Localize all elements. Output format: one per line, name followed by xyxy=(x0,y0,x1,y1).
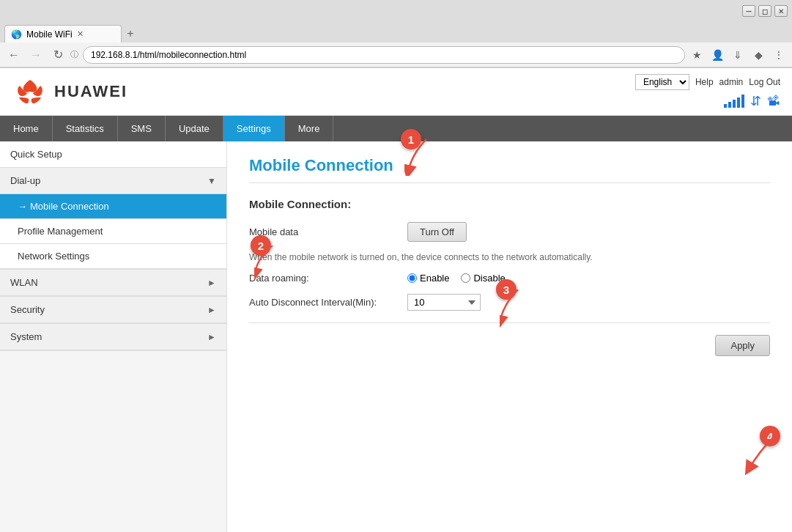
toolbar-icons: ★ 👤 ⇓ ◆ ⋮ xyxy=(688,46,788,64)
logo-area: HUAWEI xyxy=(12,77,127,106)
sidebar-section-dialup: Dial-up ▼ Mobile Connection Profile Mana… xyxy=(0,168,226,270)
bookmark-button[interactable]: ★ xyxy=(688,46,706,64)
mobile-data-description: When the mobile network is turned on, th… xyxy=(249,252,770,262)
nav-settings[interactable]: Settings xyxy=(223,116,285,141)
sidebar-item-network-settings[interactable]: Network Settings xyxy=(0,244,226,269)
sidebar-security-header[interactable]: Security ► xyxy=(0,297,226,323)
header-top: English Help admin Log Out xyxy=(635,74,780,90)
tab-title: Mobile WiFi xyxy=(26,29,73,40)
tab-close-icon[interactable]: ✕ xyxy=(77,29,84,39)
nav-home[interactable]: Home xyxy=(0,116,53,141)
signal-strength-icon xyxy=(724,95,744,108)
nav-statistics[interactable]: Statistics xyxy=(53,116,118,141)
tab-favicon: 🌎 xyxy=(11,29,22,40)
dialup-arrow-icon: ▼ xyxy=(207,176,216,186)
apply-button[interactable]: Apply xyxy=(715,335,770,356)
main-content: Mobile Connection Mobile Connection: Mob… xyxy=(227,141,792,532)
browser-chrome: ─ ◻ ✕ 🌎 Mobile WiFi ✕ + ← → ↻ ⓘ ★ 👤 ⇓ ◆ … xyxy=(0,0,792,68)
sidebar-item-profile-management[interactable]: Profile Management xyxy=(0,219,226,244)
roaming-disable-option[interactable]: Disable xyxy=(461,273,505,284)
forward-button[interactable]: → xyxy=(26,46,45,64)
new-tab-button[interactable]: + xyxy=(122,25,139,43)
auto-disconnect-label: Auto Disconnect Interval(Min): xyxy=(249,297,396,308)
wlan-arrow-icon: ► xyxy=(207,278,216,288)
mobile-data-row: Mobile data Turn Off xyxy=(249,222,770,242)
help-link[interactable]: Help xyxy=(695,77,714,87)
sidebar: Quick Setup Dial-up ▼ Mobile Connection … xyxy=(0,141,227,532)
reload-button[interactable]: ↻ xyxy=(48,46,67,64)
back-button[interactable]: ← xyxy=(4,46,23,64)
page-header: HUAWEI English Help admin Log Out xyxy=(0,68,792,116)
page: HUAWEI English Help admin Log Out xyxy=(0,68,792,532)
titlebar: ─ ◻ ✕ xyxy=(0,0,792,22)
sidebar-section-security: Security ► xyxy=(0,297,226,324)
profile-button[interactable]: 👤 xyxy=(708,46,726,64)
nav-sms[interactable]: SMS xyxy=(118,116,166,141)
header-links: Help admin Log Out xyxy=(695,77,780,87)
auto-disconnect-select[interactable]: 10 xyxy=(407,294,481,311)
security-arrow-icon: ► xyxy=(207,305,216,315)
minimize-button[interactable]: ─ xyxy=(742,5,755,17)
secure-icon: ⓘ xyxy=(70,49,78,60)
logout-link[interactable]: Log Out xyxy=(749,77,780,87)
sidebar-section-system: System ► xyxy=(0,324,226,351)
sidebar-item-mobile-connection[interactable]: Mobile Connection xyxy=(0,194,226,219)
admin-link[interactable]: admin xyxy=(719,77,744,87)
sidebar-section-wlan: WLAN ► xyxy=(0,270,226,297)
addressbar-row: ← → ↻ ⓘ ★ 👤 ⇓ ◆ ⋮ xyxy=(0,43,792,67)
auto-disconnect-row: Auto Disconnect Interval(Min): 10 xyxy=(249,294,770,311)
nav-more[interactable]: More xyxy=(285,116,334,141)
browser-tab[interactable]: 🌎 Mobile WiFi ✕ xyxy=(4,25,122,43)
device-icon: 📽 xyxy=(767,94,780,109)
menu-button[interactable]: ⋮ xyxy=(770,46,788,64)
data-roaming-label: Data roaming: xyxy=(249,273,396,284)
sidebar-wlan-header[interactable]: WLAN ► xyxy=(0,270,226,296)
close-button[interactable]: ✕ xyxy=(774,5,788,17)
signal-icons: ⇵ 📽 xyxy=(724,93,780,109)
data-roaming-row: Data roaming: Enable Disable xyxy=(249,273,770,284)
window-controls: ─ ◻ ✕ xyxy=(742,5,788,17)
page-title: Mobile Connection xyxy=(249,156,770,183)
transfer-icon: ⇵ xyxy=(750,93,761,109)
system-arrow-icon: ► xyxy=(207,332,216,342)
header-right: English Help admin Log Out ⇵ xyxy=(635,74,780,109)
section-title: Mobile Connection: xyxy=(249,198,770,210)
huawei-logo-icon xyxy=(12,77,48,106)
maximize-button[interactable]: ◻ xyxy=(758,5,771,17)
divider xyxy=(249,322,770,323)
extensions-button[interactable]: ◆ xyxy=(750,46,767,64)
mobile-data-label: Mobile data xyxy=(249,226,396,237)
address-input[interactable] xyxy=(83,46,685,64)
roaming-enable-radio[interactable] xyxy=(407,273,417,283)
roaming-enable-option[interactable]: Enable xyxy=(407,273,449,284)
download-button[interactable]: ⇓ xyxy=(729,46,747,64)
roaming-disable-radio[interactable] xyxy=(461,273,470,283)
turn-off-button[interactable]: Turn Off xyxy=(407,222,467,242)
content-area: Quick Setup Dial-up ▼ Mobile Connection … xyxy=(0,141,792,532)
roaming-radio-group: Enable Disable xyxy=(407,273,506,284)
sidebar-dialup-header[interactable]: Dial-up ▼ xyxy=(0,168,226,194)
sidebar-system-header[interactable]: System ► xyxy=(0,324,226,350)
logo-text: HUAWEI xyxy=(54,82,127,101)
tab-bar: 🌎 Mobile WiFi ✕ + xyxy=(0,22,792,43)
main-nav: Home Statistics SMS Update Settings More xyxy=(0,116,792,141)
apply-row: Apply xyxy=(249,335,770,356)
nav-update[interactable]: Update xyxy=(166,116,223,141)
sidebar-quick-setup[interactable]: Quick Setup xyxy=(0,141,226,168)
language-select[interactable]: English xyxy=(635,74,689,90)
